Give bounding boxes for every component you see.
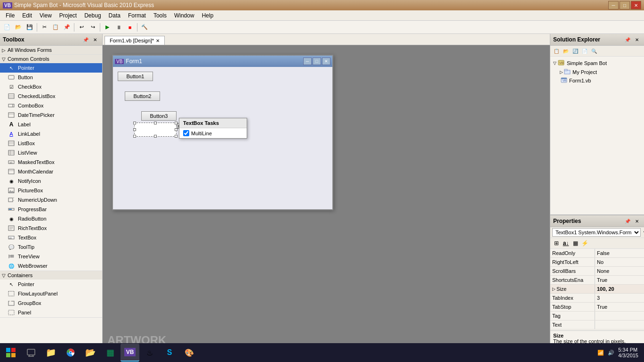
form-button1[interactable]: Button1	[118, 72, 153, 81]
multiline-checkbox[interactable]	[183, 130, 189, 136]
taskbar-app-chrome[interactable]	[61, 344, 80, 362]
toolbar-redo[interactable]: ↪	[88, 22, 98, 33]
form-minimize-button[interactable]: ─	[303, 58, 312, 65]
props-value-size[interactable]: 100, 20	[595, 285, 644, 293]
toolbox-item-radiobutton[interactable]: ◉ RadioButton	[0, 214, 102, 223]
solution-explorer-close[interactable]: ✕	[633, 35, 641, 44]
toolbox-item-checkedlistbox[interactable]: CheckedListBox	[0, 91, 102, 101]
toolbox-item-tooltip[interactable]: 💬 ToolTip	[0, 242, 102, 252]
taskbar-app-steam[interactable]: ♨	[140, 344, 159, 362]
toolbox-item-pointer[interactable]: ↖ Pointer	[0, 63, 102, 73]
menu-debug[interactable]: Debug	[80, 11, 105, 20]
toolbar-build[interactable]: 🔨	[139, 22, 150, 33]
toolbox-item-webbrowser[interactable]: 🌐 WebBrowser	[0, 261, 102, 271]
handle-ml[interactable]	[133, 128, 136, 131]
toolbar-pause[interactable]: ⏸	[113, 22, 124, 33]
props-value-tabstop[interactable]: True	[595, 303, 644, 311]
toolbar-save[interactable]: 💾	[24, 22, 35, 33]
props-value-tabindex[interactable]: 3	[595, 294, 644, 302]
taskbar-app-fileexplorer[interactable]: 📁	[41, 344, 60, 362]
se-toolbar-btn3[interactable]: 🔄	[571, 47, 580, 55]
props-value-scrollbars[interactable]: None	[595, 267, 644, 275]
form-button3[interactable]: Button3	[141, 111, 177, 121]
toolbox-item-datetimepicker[interactable]: DateTimePicker	[0, 110, 102, 120]
toolbox-item-maskedtextbox[interactable]: ab MaskedTextBox	[0, 157, 102, 167]
toolbox-section-containers-header[interactable]: ▽ Containers	[0, 271, 102, 280]
toolbox-item-combobox[interactable]: ComboBox	[0, 101, 102, 110]
toolbox-item-listview[interactable]: ListView	[0, 148, 102, 157]
taskbar-app-desktop[interactable]	[22, 344, 40, 362]
toolbox-item-listbox[interactable]: ListBox	[0, 139, 102, 148]
toolbar-copy[interactable]: 📋	[50, 22, 61, 33]
se-toolbar-btn4[interactable]: 📄	[580, 47, 589, 55]
toolbox-item-label[interactable]: A Label	[0, 120, 102, 129]
size-expand-icon[interactable]: ▷	[552, 287, 555, 291]
form-maximize-button[interactable]: □	[313, 58, 321, 65]
solution-explorer-pin[interactable]: 📌	[623, 35, 632, 44]
toolbox-close-button[interactable]: ✕	[91, 35, 99, 44]
handle-tl[interactable]	[133, 122, 136, 124]
toolbar-undo[interactable]: ↩	[76, 22, 87, 33]
tree-item-form1[interactable]: VB Form1.vb	[552, 76, 642, 85]
toolbar-cut[interactable]: ✂	[39, 22, 49, 33]
toolbox-item-textbox[interactable]: ab TextBox	[0, 233, 102, 242]
toolbox-item-flowlayoutpanel[interactable]: FlowLayoutPanel	[0, 289, 102, 298]
toolbox-section-windows-forms-header[interactable]: ▷ All Windows Forms	[0, 46, 102, 54]
toolbar-open[interactable]: 📂	[13, 22, 24, 33]
se-toolbar-btn5[interactable]: 🔍	[590, 47, 598, 55]
taskbar-start-button[interactable]	[2, 344, 20, 362]
taskbar-app-folder[interactable]: 📂	[81, 344, 100, 362]
taskbar-app-sheets[interactable]: ▦	[101, 344, 120, 362]
props-value-shortcutsenabled[interactable]: True	[595, 276, 644, 284]
toolbox-item-containers-pointer[interactable]: ↖ Pointer	[0, 280, 102, 289]
menu-data[interactable]: Data	[105, 11, 124, 20]
tree-item-solution[interactable]: ▽ VB Simple Spam Bot	[552, 58, 642, 68]
taskbar-app-visualbasic[interactable]: VB	[121, 344, 139, 362]
menu-format[interactable]: Format	[124, 11, 150, 20]
design-canvas[interactable]: VB Form1 ─ □ ✕ Button1	[103, 45, 550, 352]
se-toolbar-btn1[interactable]: 📋	[552, 47, 561, 55]
menu-help[interactable]: Help	[198, 11, 217, 20]
toolbox-item-picturebox[interactable]: PictureBox	[0, 186, 102, 195]
close-button[interactable]: ✕	[631, 1, 641, 9]
props-value-tag[interactable]	[595, 312, 644, 320]
toolbox-item-numericupdown[interactable]: NumericUpDown	[0, 195, 102, 205]
toolbox-item-richtextbox[interactable]: RichTextBox	[0, 223, 102, 233]
minimize-button[interactable]: ─	[608, 1, 619, 9]
props-by-category[interactable]: ⊞	[552, 239, 561, 247]
properties-close[interactable]: ✕	[633, 217, 641, 225]
form-window[interactable]: VB Form1 ─ □ ✕ Button1	[112, 55, 333, 210]
menu-view[interactable]: View	[36, 11, 56, 20]
form-close-button[interactable]: ✕	[322, 58, 330, 65]
toolbox-item-notifyicon[interactable]: ◉ NotifyIcon	[0, 176, 102, 186]
toolbar-paste[interactable]: 📌	[62, 22, 72, 33]
menu-window[interactable]: Window	[170, 11, 198, 20]
toolbox-item-panel[interactable]: Panel	[0, 308, 102, 317]
toolbar-stop[interactable]: ■	[125, 22, 135, 33]
handle-bm[interactable]	[154, 135, 157, 138]
props-show-events[interactable]: ⚡	[580, 239, 589, 247]
props-value-text[interactable]	[595, 321, 644, 329]
toolbox-item-button[interactable]: Button	[0, 73, 102, 82]
toolbox-item-monthcalendar[interactable]: MonthCalendar	[0, 167, 102, 176]
toolbox-item-progressbar[interactable]: ProgressBar	[0, 205, 102, 214]
taskbar-app-skype[interactable]: S	[160, 344, 179, 362]
tab-form1-design[interactable]: Form1.vb [Design]* ✕	[105, 36, 165, 45]
taskbar-app-paint[interactable]: 🎨	[180, 344, 199, 362]
props-value-readonly[interactable]: False	[595, 249, 644, 257]
tree-item-myproject[interactable]: ▷ My Project	[552, 68, 642, 76]
toolbar-run[interactable]: ▶	[102, 22, 113, 33]
form-button2[interactable]: Button2	[125, 91, 160, 101]
textbox-selected[interactable]: ▶	[134, 123, 177, 137]
toolbox-item-groupbox[interactable]: GroupBox	[0, 298, 102, 308]
toolbox-pin-button[interactable]: 📌	[81, 35, 90, 44]
menu-file[interactable]: File	[2, 11, 18, 20]
toolbox-item-treeview[interactable]: TreeView	[0, 252, 102, 261]
maximize-button[interactable]: □	[620, 1, 630, 9]
tab-close-icon[interactable]: ✕	[156, 38, 160, 43]
handle-bl[interactable]	[133, 135, 136, 138]
props-show-properties[interactable]: ▦	[571, 239, 580, 247]
textbox-tasks-multiline[interactable]: MultiLine	[179, 128, 247, 138]
props-alphabetical[interactable]: a↓	[562, 239, 570, 247]
menu-edit[interactable]: Edit	[18, 11, 36, 20]
